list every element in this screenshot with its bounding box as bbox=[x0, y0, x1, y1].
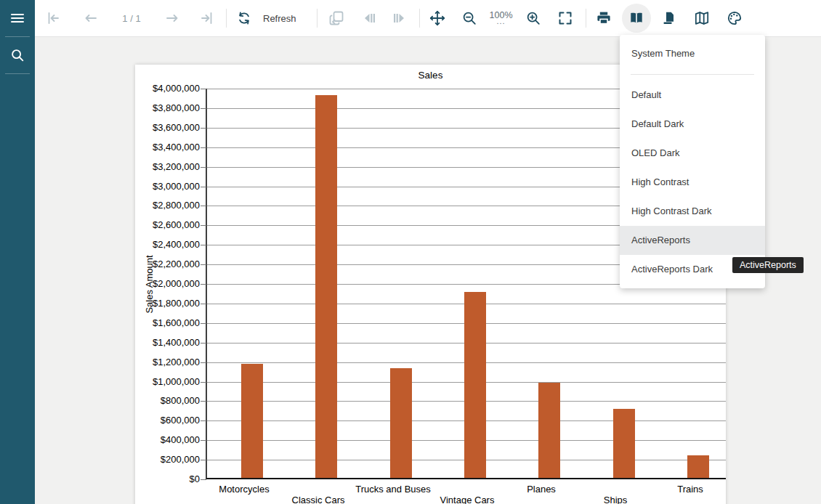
bar-trains bbox=[687, 455, 709, 478]
theme-item-tooltip: ActiveReports bbox=[732, 257, 804, 273]
y-tick-label: $2,000,000 bbox=[120, 278, 200, 289]
y-tick-label: $800,000 bbox=[120, 395, 200, 406]
y-tick bbox=[201, 460, 206, 460]
bar-motorcycles bbox=[241, 364, 263, 478]
back-history-icon bbox=[360, 9, 377, 27]
bar-trucks-and-buses bbox=[390, 368, 412, 478]
theme-menu-item[interactable]: System Theme bbox=[620, 39, 765, 68]
y-tick bbox=[201, 89, 206, 89]
page-copy-icon bbox=[328, 9, 345, 27]
y-tick-label: $3,200,000 bbox=[120, 161, 200, 172]
theme-menu-item[interactable]: High Contrast bbox=[620, 168, 765, 197]
next-page-icon bbox=[163, 9, 181, 27]
y-tick-label: $1,600,000 bbox=[120, 317, 200, 328]
y-tick bbox=[201, 108, 206, 109]
y-tick bbox=[201, 382, 206, 383]
y-tick bbox=[201, 206, 206, 206]
scroll-icon bbox=[660, 9, 678, 27]
x-axis-label: Planes bbox=[490, 484, 593, 495]
zoom-menu-dots: ... bbox=[484, 17, 519, 25]
palette-icon bbox=[726, 9, 743, 27]
toolbar-separator bbox=[226, 9, 227, 28]
y-tick bbox=[201, 167, 206, 168]
y-tick bbox=[201, 304, 206, 304]
activereports-viewer: 1 / 1 Refresh bbox=[0, 0, 821, 504]
bar-classic-cars bbox=[315, 95, 337, 478]
y-tick-label: $200,000 bbox=[120, 454, 200, 465]
zoom-in-button[interactable] bbox=[519, 4, 548, 33]
theme-menu-item[interactable]: ActiveReports bbox=[620, 226, 765, 255]
search-icon bbox=[9, 47, 25, 63]
single-page-mode-button[interactable] bbox=[622, 4, 651, 33]
y-tick-label: $1,400,000 bbox=[120, 337, 200, 348]
y-tick-label: $3,400,000 bbox=[120, 142, 200, 153]
last-page-icon bbox=[198, 9, 216, 27]
x-axis-label: Vintage Cars bbox=[416, 495, 519, 504]
zoom-in-icon bbox=[525, 9, 542, 27]
y-tick bbox=[201, 264, 206, 265]
fullscreen-icon bbox=[557, 9, 574, 27]
y-tick bbox=[201, 362, 206, 363]
next-page-button[interactable] bbox=[158, 4, 187, 33]
search-button[interactable] bbox=[0, 37, 35, 73]
y-tick-label: $4,000,000 bbox=[120, 83, 200, 94]
pan-mode-button[interactable] bbox=[423, 4, 452, 33]
y-tick bbox=[201, 284, 206, 285]
pan-icon bbox=[429, 9, 446, 27]
toolbar-separator bbox=[317, 9, 318, 28]
zoom-out-button[interactable] bbox=[455, 4, 484, 33]
previous-page-icon bbox=[82, 9, 100, 27]
y-tick-label: $3,000,000 bbox=[120, 181, 200, 192]
bar-vintage-cars bbox=[464, 292, 486, 478]
menu-button[interactable] bbox=[0, 0, 35, 36]
y-tick-label: $2,600,000 bbox=[120, 219, 200, 230]
bar-ships bbox=[613, 409, 635, 478]
y-tick bbox=[201, 343, 206, 344]
refresh-icon bbox=[235, 9, 253, 27]
forward-history-button[interactable] bbox=[386, 4, 415, 33]
theme-menu-item[interactable]: High Contrast Dark bbox=[620, 197, 765, 226]
y-tick-label: $600,000 bbox=[120, 415, 200, 426]
zoom-out-icon bbox=[461, 9, 478, 27]
menu-divider bbox=[631, 74, 754, 75]
y-tick-label: $2,800,000 bbox=[120, 200, 200, 211]
map-icon bbox=[693, 9, 711, 27]
print-button[interactable] bbox=[589, 4, 618, 33]
y-tick-label: $1,200,000 bbox=[120, 357, 200, 367]
single-page-view-button[interactable] bbox=[322, 4, 351, 33]
y-tick bbox=[201, 479, 206, 480]
y-tick-label: $0 bbox=[120, 473, 200, 484]
continuous-mode-button[interactable] bbox=[655, 4, 684, 33]
refresh-button[interactable]: Refresh bbox=[231, 4, 301, 33]
hamburger-icon bbox=[9, 9, 26, 27]
page-indicator: 1 / 1 bbox=[105, 13, 158, 24]
theme-menu: System ThemeDefaultDefault DarkOLED Dark… bbox=[620, 35, 765, 288]
y-tick-label: $1,800,000 bbox=[120, 298, 200, 309]
bar-planes bbox=[538, 383, 560, 478]
sidebar-divider bbox=[5, 73, 30, 74]
y-tick-label: $3,800,000 bbox=[120, 102, 200, 113]
galley-mode-button[interactable] bbox=[687, 4, 716, 33]
theme-menu-item[interactable]: Default Dark bbox=[620, 110, 765, 139]
theme-button[interactable] bbox=[720, 4, 749, 33]
y-tick-label: $400,000 bbox=[120, 434, 200, 445]
first-page-button[interactable] bbox=[39, 4, 68, 33]
y-tick-label: $3,600,000 bbox=[120, 122, 200, 133]
book-icon bbox=[628, 9, 645, 27]
x-axis-label: Motorcycles bbox=[193, 484, 296, 495]
x-axis-label: Trains bbox=[639, 484, 742, 495]
x-axis-label: Trucks and Buses bbox=[341, 484, 445, 495]
refresh-label: Refresh bbox=[263, 13, 296, 24]
zoom-level-dropdown[interactable]: 100% ... bbox=[484, 11, 519, 26]
last-page-button[interactable] bbox=[193, 4, 222, 33]
y-tick bbox=[201, 245, 206, 245]
theme-menu-item[interactable]: Default bbox=[620, 81, 765, 110]
previous-page-button[interactable] bbox=[76, 4, 105, 33]
theme-menu-item[interactable]: OLED Dark bbox=[620, 139, 765, 168]
fullscreen-button[interactable] bbox=[551, 4, 580, 33]
y-tick bbox=[201, 401, 206, 402]
toolbar-separator bbox=[419, 9, 420, 28]
y-tick bbox=[201, 420, 206, 421]
y-tick bbox=[201, 323, 206, 324]
back-history-button[interactable] bbox=[354, 4, 383, 33]
